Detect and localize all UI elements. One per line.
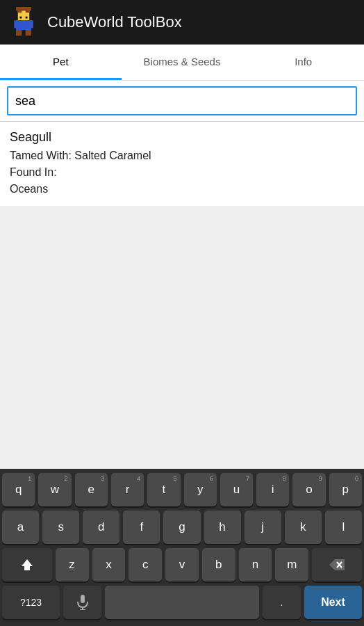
content-space — [0, 206, 364, 359]
key-u[interactable]: 7u — [220, 473, 253, 506]
svg-rect-7 — [16, 20, 31, 30]
svg-rect-8 — [14, 20, 18, 28]
search-container — [0, 81, 364, 122]
tab-pet[interactable]: Pet — [0, 45, 122, 80]
pet-found-in-value: Oceans — [10, 181, 354, 198]
key-q[interactable]: 1q — [2, 473, 35, 506]
key-f[interactable]: f — [123, 511, 160, 544]
backspace-icon — [329, 559, 345, 570]
key-period[interactable]: . — [263, 586, 301, 619]
key-y[interactable]: 6y — [184, 473, 217, 506]
key-t[interactable]: 5t — [147, 473, 180, 506]
pet-tamed-with: Tamed With: Salted Caramel — [10, 147, 354, 164]
key-r[interactable]: 4r — [111, 473, 144, 506]
key-d[interactable]: d — [83, 511, 119, 544]
results-area: Seagull Tamed With: Salted Caramel Found… — [0, 122, 364, 206]
keyboard-row-1: 1q 2w 3e 4r 5t 6y 7u 8i 9o 0p — [2, 473, 362, 506]
svg-rect-5 — [26, 17, 28, 19]
key-h[interactable]: h — [204, 511, 241, 544]
svg-marker-12 — [22, 559, 33, 570]
key-a[interactable]: a — [2, 511, 39, 544]
key-g[interactable]: g — [163, 511, 200, 544]
key-shift[interactable] — [2, 548, 52, 581]
key-p[interactable]: 0p — [329, 473, 362, 506]
key-c[interactable]: c — [129, 548, 162, 581]
pet-name: Seagull — [10, 130, 354, 145]
key-s[interactable]: s — [42, 511, 79, 544]
key-mic[interactable] — [63, 586, 101, 619]
key-z[interactable]: z — [56, 548, 89, 581]
key-space[interactable] — [105, 586, 258, 619]
shift-icon — [20, 558, 34, 572]
key-l[interactable]: l — [325, 511, 362, 544]
svg-rect-16 — [81, 595, 85, 603]
tab-info[interactable]: Info — [242, 45, 364, 80]
keyboard-row-2: a s d f g h j k l — [2, 511, 362, 544]
keyboard: 1q 2w 3e 4r 5t 6y 7u 8i 9o 0p a s d f g … — [0, 469, 364, 626]
key-i[interactable]: 8i — [256, 473, 289, 506]
key-w[interactable]: 2w — [38, 473, 71, 506]
app-title: CubeWorld ToolBox — [47, 13, 182, 31]
svg-marker-13 — [329, 559, 345, 570]
mic-icon — [76, 595, 89, 610]
pet-found-in-label: Found In: — [10, 164, 354, 181]
svg-rect-9 — [29, 20, 33, 28]
keyboard-row-3: z x c v b n m — [2, 548, 362, 581]
key-e[interactable]: 3e — [75, 473, 108, 506]
key-num123[interactable]: ?123 — [2, 586, 60, 619]
svg-rect-11 — [26, 30, 31, 35]
key-k[interactable]: k — [285, 511, 322, 544]
key-j[interactable]: j — [245, 511, 281, 544]
app-header: CubeWorld ToolBox — [0, 0, 364, 45]
key-next[interactable]: Next — [304, 586, 362, 619]
key-b[interactable]: b — [202, 548, 235, 581]
key-o[interactable]: 9o — [292, 473, 325, 506]
svg-rect-3 — [16, 7, 31, 11]
key-n[interactable]: n — [239, 548, 272, 581]
search-input[interactable] — [7, 86, 357, 115]
keyboard-row-4: ?123 . Next — [2, 586, 362, 619]
key-m[interactable]: m — [275, 548, 308, 581]
key-backspace[interactable] — [312, 548, 362, 581]
app-icon — [8, 7, 39, 38]
svg-rect-10 — [16, 30, 22, 35]
svg-rect-4 — [20, 17, 22, 19]
key-x[interactable]: x — [92, 548, 126, 581]
tab-biomes-seeds[interactable]: Biomes & Seeds — [122, 45, 243, 80]
key-v[interactable]: v — [165, 548, 199, 581]
tabs-bar: Pet Biomes & Seeds Info — [0, 45, 364, 81]
